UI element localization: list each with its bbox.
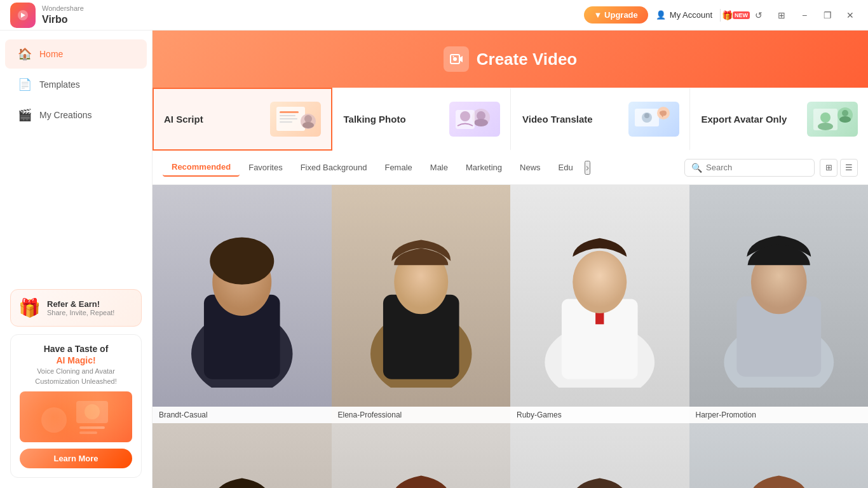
restore-button[interactable]: ❐ [820, 8, 835, 23]
svg-point-23 [644, 113, 649, 118]
feature-card-ai-script[interactable]: AI Script [153, 88, 332, 151]
search-icon: 🔍 [691, 163, 702, 173]
magic-card-sub: Voice Cloning and Avatar Customization U… [20, 367, 132, 386]
magic-card-title: Have a Taste of [20, 344, 132, 354]
refer-subtitle: Share, Invite, Repeat! [47, 309, 114, 316]
avatar-figure-elena [332, 185, 511, 388]
logo-text: Wondershare Virbo [42, 4, 84, 25]
avatar-figure-brandt [153, 185, 332, 388]
sidebar-item-home-label: Home [39, 49, 63, 59]
learn-more-button[interactable]: Learn More [20, 449, 132, 468]
logo-brand: Wondershare [42, 4, 84, 13]
create-video-icon [444, 46, 469, 72]
svg-rect-12 [280, 121, 292, 123]
new-badge: NEW [733, 11, 750, 19]
sidebar: 🏠 Home 📄 Templates 🎬 My Creations 🎁 Refe… [0, 30, 153, 488]
refer-title: Refer & Earn! [47, 299, 114, 309]
feature-cards-row: AI Script Talking Photo [153, 88, 868, 151]
feature-card-video-translate[interactable]: Video Translate [511, 88, 690, 151]
view-list-button[interactable]: ☰ [840, 159, 858, 177]
titlebar-right: ▼ Upgrade 👤 My Account 🎁 NEW ↺ ⊞ − ❐ [584, 6, 858, 24]
list-view-icon: ☰ [845, 163, 853, 172]
svg-point-7 [453, 57, 457, 61]
talking-photo-label: Talking Photo [344, 114, 406, 125]
create-video-inner: Create Video [444, 46, 577, 72]
history-icon: ↺ [755, 10, 763, 20]
svg-point-34 [210, 237, 274, 284]
feature-card-talking-photo[interactable]: Talking Photo [332, 88, 512, 151]
upgrade-button[interactable]: ▼ Upgrade [584, 6, 648, 24]
minimize-icon: − [802, 10, 807, 20]
my-account-label: My Account [670, 10, 712, 20]
close-icon: ✕ [846, 10, 854, 20]
avatar-cell-brandt[interactable]: Brandt-Casual [153, 185, 332, 423]
avatar-figure-8 [689, 423, 869, 488]
filter-tab-recommended[interactable]: Recommended [163, 158, 240, 177]
talking-photo-thumb [449, 102, 500, 137]
sidebar-item-templates-label: Templates [39, 79, 80, 90]
filter-tab-male[interactable]: Male [421, 159, 457, 176]
filter-tab-fixed-bg[interactable]: Fixed Background [292, 159, 376, 176]
filter-tab-news[interactable]: News [511, 159, 550, 176]
filter-tab-favorites[interactable]: Favorites [240, 159, 291, 176]
grid-icon: ⊞ [778, 10, 785, 20]
titlebar: Wondershare Virbo ▼ Upgrade 👤 My Account… [0, 0, 868, 30]
minimize-button[interactable]: − [797, 8, 812, 23]
titlebar-separator [720, 9, 721, 22]
feature-card-export-avatar[interactable]: Export Avatar Only [690, 88, 869, 151]
avatar-cell-harper[interactable]: Harper-Promotion [689, 185, 869, 423]
my-account-button[interactable]: 👤 My Account [656, 10, 712, 20]
video-translate-label: Video Translate [522, 114, 593, 125]
ai-magic-card: Have a Taste of AI Magic! Voice Cloning … [10, 334, 142, 478]
avatar-cell-7[interactable] [510, 423, 689, 488]
refer-earn-card[interactable]: 🎁 Refer & Earn! Share, Invite, Repeat! [10, 289, 142, 327]
avatar-cell-8[interactable] [689, 423, 869, 488]
filter-bar: Recommended Favorites Fixed Background F… [153, 151, 868, 185]
restore-icon: ❐ [824, 10, 832, 20]
gift-icon-button[interactable]: 🎁 NEW [728, 8, 743, 23]
app-logo-icon [10, 3, 36, 28]
sidebar-item-home[interactable]: 🏠 Home [5, 39, 147, 69]
history-icon-button[interactable]: ↺ [751, 8, 766, 23]
sidebar-item-my-creations[interactable]: 🎬 My Creations [5, 100, 147, 130]
avatar-label-harper: Harper-Promotion [689, 407, 869, 423]
titlebar-icons: 🎁 NEW ↺ ⊞ − ❐ ✕ [728, 8, 858, 23]
grid-view-icon: ⊞ [825, 163, 832, 172]
svg-point-17 [477, 111, 485, 120]
avatar-label-elena: Elena-Professional [332, 407, 511, 423]
avatar-cell-5[interactable] [153, 423, 332, 488]
avatar-grid: Brandt-Casual [153, 185, 868, 488]
svg-point-29 [842, 110, 848, 116]
refer-icon: 🎁 [18, 297, 41, 318]
create-video-banner[interactable]: Create Video [153, 30, 868, 88]
svg-point-18 [474, 119, 488, 126]
avatar-cell-elena[interactable]: Elena-Professional [332, 185, 511, 423]
filter-tab-edu[interactable]: Edu [550, 159, 582, 176]
close-button[interactable]: ✕ [843, 8, 858, 23]
avatar-label-ruby: Ruby-Games [510, 407, 689, 423]
gift-icon: 🎁 [722, 10, 733, 20]
filter-tab-female[interactable]: Female [376, 159, 421, 176]
svg-point-20 [460, 111, 470, 121]
svg-point-15 [302, 122, 314, 128]
grid-icon-button[interactable]: ⊞ [774, 8, 789, 23]
search-box: 🔍 [684, 159, 815, 177]
search-input[interactable] [706, 163, 808, 172]
filter-tab-marketing[interactable]: Marketing [457, 159, 511, 176]
ai-script-label: AI Script [164, 114, 203, 125]
create-video-label: Create Video [477, 50, 577, 69]
filter-more-button[interactable]: › [585, 161, 590, 175]
avatar-label-brandt: Brandt-Casual [153, 407, 332, 423]
video-translate-thumb [628, 102, 679, 137]
sidebar-bottom: 🎁 Refer & Earn! Share, Invite, Repeat! H… [0, 279, 152, 488]
avatar-cell-ruby[interactable]: Ruby-Games [510, 185, 689, 423]
svg-point-41 [573, 251, 627, 313]
logo-area: Wondershare Virbo [10, 3, 84, 28]
sidebar-item-templates[interactable]: 📄 Templates [5, 70, 147, 99]
view-grid-button[interactable]: ⊞ [820, 159, 837, 177]
view-toggle: ⊞ ☰ [820, 159, 858, 177]
svg-point-26 [820, 112, 831, 123]
visual-overlay [20, 391, 132, 442]
avatar-cell-6[interactable] [332, 423, 511, 488]
svg-point-14 [304, 115, 312, 123]
